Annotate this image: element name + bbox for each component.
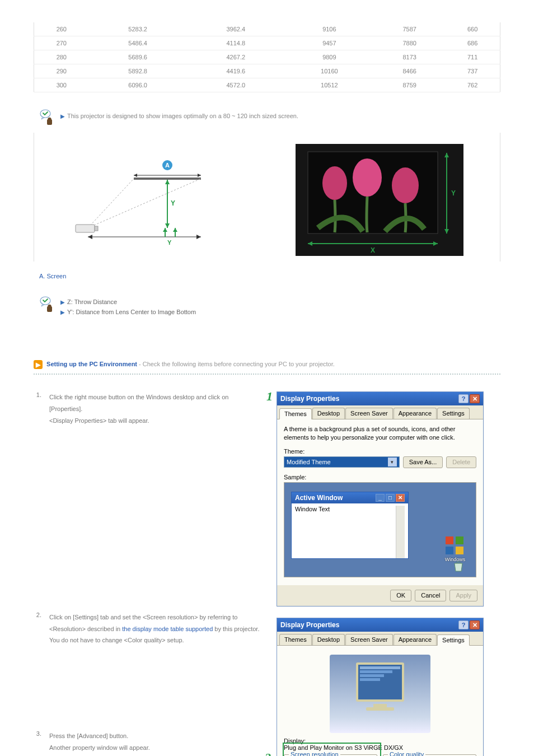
step-text: Another property window will appear. [49, 744, 150, 751]
table-cell: 260 [34, 22, 89, 36]
heading-badge-icon: ▶ [34, 360, 43, 369]
svg-marker-7 [198, 174, 201, 177]
step-1: 1. Click the right mouse button on the W… [34, 391, 260, 427]
table-cell: 290 [34, 64, 89, 78]
apply-button[interactable]: Apply [449, 590, 477, 601]
marker-1: 1 [266, 389, 273, 404]
tab-desktop[interactable]: Desktop [312, 634, 345, 645]
svg-marker-21 [163, 228, 167, 232]
table-cell: 7587 [374, 22, 445, 36]
tip-icon [39, 296, 55, 314]
tab-themes[interactable]: Themes [279, 634, 312, 645]
legend-y: Y': Distance from Lens Center to Image B… [67, 309, 196, 315]
active-window-title: Active Window [295, 494, 343, 502]
table-cell: 6096.0 [89, 78, 187, 92]
ok-button[interactable]: OK [390, 590, 411, 601]
tab-themes[interactable]: Themes [279, 408, 312, 419]
tab-screensaver[interactable]: Screen Saver [345, 408, 393, 419]
help-button[interactable]: ? [458, 394, 469, 403]
theme-combobox[interactable]: Modified Theme ▾ [284, 456, 400, 468]
step-text: by this projector. [213, 626, 259, 632]
marker-2: 2 [265, 750, 271, 756]
table-cell: 300 [34, 78, 89, 92]
theme-value: Modified Theme [287, 459, 331, 465]
display-properties-themes-dialog: Display Properties ? ✕ Themes Desktop Sc… [277, 391, 484, 606]
bullet-icon: ▶ [60, 299, 65, 305]
svg-line-10 [88, 179, 201, 228]
bullet-icon: ▶ [60, 113, 65, 119]
sample-preview: Active Window _ □ ✕ Window Text [284, 482, 476, 577]
svg-rect-42 [456, 536, 463, 544]
cancel-button[interactable]: Cancel [415, 590, 446, 601]
table-cell: 737 [445, 64, 500, 78]
sample-label: Sample: [284, 474, 476, 480]
tab-desktop[interactable]: Desktop [312, 408, 345, 419]
dialog-title: Display Properties [280, 621, 339, 629]
windows-logo-icon: Windows [444, 535, 466, 557]
step-text: You do not have to change <Color quality… [49, 637, 184, 643]
tab-settings[interactable]: Settings [437, 634, 470, 646]
bullet-icon: ▶ [60, 309, 65, 315]
recycle-bin-icon [452, 560, 465, 572]
svg-rect-41 [446, 536, 453, 544]
table-cell: 7880 [374, 36, 445, 50]
table-cell: 8759 [374, 78, 445, 92]
table-row: 2805689.64267.298098173711 [34, 50, 500, 64]
delete-button[interactable]: Delete [446, 456, 476, 468]
monitor-preview [330, 655, 430, 733]
table-cell: 5892.8 [89, 64, 187, 78]
tab-screensaver[interactable]: Screen Saver [345, 634, 393, 645]
photo-diagram: Y X [296, 144, 463, 256]
display-label: Display: [284, 738, 476, 744]
dialog-title: Display Properties [280, 395, 339, 403]
tab-settings[interactable]: Settings [437, 408, 470, 419]
svg-marker-6 [134, 174, 137, 177]
svg-text:Y: Y [171, 199, 175, 207]
display-mode-link[interactable]: the display mode table supported [122, 626, 213, 632]
step-3: 3. Press the [Advanced] button. Another … [34, 730, 260, 754]
svg-point-2 [48, 118, 51, 121]
svg-point-29 [392, 167, 419, 203]
section-heading: ▶ Setting up the PC Environment - Check … [34, 360, 500, 369]
table-row: 2705486.44114.894577880686 [34, 36, 500, 50]
tab-appearance[interactable]: Appearance [394, 408, 437, 419]
table-cell: 711 [445, 50, 500, 64]
projection-diagram: A Y [34, 133, 500, 262]
dialog-description: A theme is a background plus a set of so… [284, 425, 476, 442]
close-button[interactable]: ✕ [470, 394, 480, 403]
svg-text:X: X [371, 246, 375, 254]
svg-line-9 [88, 179, 134, 228]
svg-point-40 [48, 305, 51, 308]
svg-text:A: A [165, 162, 170, 169]
divider [34, 374, 500, 375]
table-cell: 762 [445, 78, 500, 92]
color-quality-legend: Color quality [388, 751, 425, 756]
display-properties-settings-dialog: Display Properties ? ✕ Themes Desktop Sc… [277, 618, 484, 756]
schematic-diagram: A Y [71, 155, 239, 256]
close-button[interactable]: ✕ [470, 620, 480, 629]
table-cell: 9106 [285, 22, 374, 36]
legend-z: Z: Throw Distance [67, 298, 117, 305]
table-cell: 8466 [374, 64, 445, 78]
minimize-icon: _ [376, 494, 385, 502]
svg-point-28 [353, 158, 382, 197]
svg-marker-14 [165, 180, 170, 184]
svg-rect-12 [95, 226, 98, 231]
window-text: Window Text [295, 506, 396, 558]
table-cell: 660 [445, 22, 500, 36]
tab-appearance[interactable]: Appearance [394, 634, 437, 645]
table-cell: 5486.4 [89, 36, 187, 50]
svg-rect-44 [456, 547, 463, 554]
save-as-button[interactable]: Save As... [403, 456, 443, 468]
table-cell: 8173 [374, 50, 445, 64]
table-cell: 4572.0 [187, 78, 285, 92]
maximize-icon: □ [386, 494, 395, 502]
help-button[interactable]: ? [458, 620, 469, 629]
svg-marker-23 [173, 228, 177, 232]
table-cell: 4267.2 [187, 50, 285, 64]
sample-scrollbar [396, 506, 405, 558]
dialog-titlebar: Display Properties ? ✕ [277, 618, 483, 632]
step-text: Press the [Advanced] button. [49, 732, 128, 739]
svg-rect-43 [446, 547, 453, 554]
display-value: Plug and Play Monitor on S3 ViRGE DX/GX [284, 744, 476, 751]
